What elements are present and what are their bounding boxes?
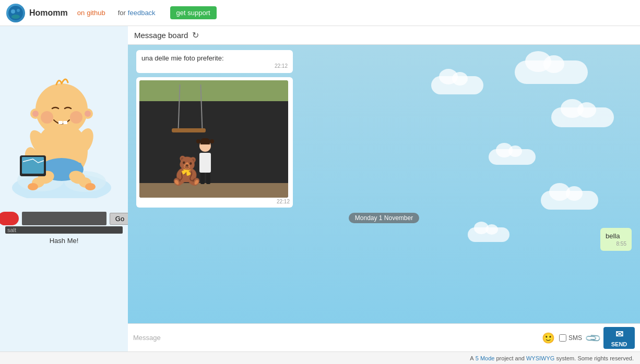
main-layout: Go salt Hash Me! Message board ↻: [0, 26, 640, 351]
svg-point-12: [28, 183, 38, 190]
child-figure: [199, 140, 211, 184]
incoming-text: una delle mie foto preferite:: [141, 54, 224, 62]
footer-text-mid: project and: [496, 355, 524, 361]
salt-label: salt: [5, 226, 123, 234]
outgoing-time: 8:55: [606, 241, 626, 247]
date-divider-text: Monday 1 November: [349, 213, 419, 223]
hash-me-label: Hash Me!: [50, 237, 79, 245]
svg-point-2: [17, 9, 20, 12]
attach-button[interactable]: 📎: [584, 329, 602, 347]
date-divider: Monday 1 November: [136, 214, 632, 222]
app-header: Homomm on github for feedback get suppor…: [0, 0, 640, 26]
footer-link-wysiwyg[interactable]: WYSIWYG: [526, 355, 554, 361]
color-circle: [0, 212, 19, 225]
svg-point-1: [11, 9, 15, 14]
message-area: Message board ↻: [128, 26, 640, 351]
svg-point-23: [41, 111, 53, 124]
svg-point-28: [32, 111, 39, 117]
svg-point-24: [70, 111, 82, 124]
hash-input-row: Go: [5, 212, 123, 225]
svg-rect-26: [63, 121, 67, 124]
send-label: SEND: [611, 341, 627, 347]
go-button[interactable]: Go: [110, 213, 128, 225]
refresh-icon[interactable]: ↻: [192, 30, 199, 40]
playground-scene: 🧸: [139, 80, 288, 198]
app-logo: [6, 4, 25, 22]
message-image: 🧸: [139, 80, 288, 198]
incoming-text-time: 22:12: [141, 63, 288, 69]
footer-link-5mode[interactable]: 5 Mode: [476, 355, 495, 361]
message-input-bar: Message 🙂 SMS 📎 ✉ SEND: [128, 323, 640, 351]
send-icon: ✉: [615, 329, 623, 340]
nav-feedback-link[interactable]: feedback: [128, 9, 156, 17]
nav-github-pre: on: [77, 9, 85, 17]
svg-rect-25: [58, 121, 63, 124]
svg-point-3: [11, 15, 20, 19]
svg-rect-9: [42, 163, 81, 172]
nav-feedback-pre: for: [118, 9, 126, 17]
bg-cloud-5: [541, 191, 598, 210]
outgoing-message-row: bella 8:55: [136, 228, 632, 251]
bg-cloud-2: [431, 76, 483, 94]
sms-checkbox[interactable]: [559, 334, 566, 342]
chat-area[interactable]: una delle mie foto preferite: 22:12: [128, 45, 640, 323]
sms-area: SMS: [559, 334, 582, 342]
svg-point-30: [85, 111, 91, 117]
footer-text-post: system. Some rights reserved.: [556, 355, 634, 361]
bg-cloud-4: [489, 149, 536, 165]
emoji-button[interactable]: 🙂: [542, 332, 555, 344]
incoming-image-message: 🧸: [136, 77, 293, 208]
sms-label: SMS: [568, 334, 582, 342]
svg-point-22: [35, 83, 88, 136]
app-name: Homomm: [29, 8, 68, 18]
incoming-image-time: 22:12: [139, 199, 290, 204]
footer-text-pre: A: [470, 355, 473, 361]
outgoing-message-bubble: bella 8:55: [600, 228, 632, 251]
footer: A 5 Mode project and WYSIWYG system. Som…: [0, 351, 640, 364]
message-board-header: Message board ↻: [128, 26, 640, 45]
sidebar: Go salt Hash Me!: [0, 26, 128, 351]
message-board-title: Message board: [134, 31, 188, 40]
incoming-text-message: una delle mie foto preferite: 22:12: [136, 50, 293, 73]
outgoing-text: bella: [606, 232, 620, 240]
bg-cloud-3: [551, 107, 614, 127]
send-button[interactable]: ✉ SEND: [603, 327, 635, 349]
logo-svg: [8, 5, 23, 21]
baby-illustration: [9, 37, 119, 203]
hash-text-input[interactable]: [22, 212, 106, 225]
bg-cloud-1: [515, 60, 588, 84]
svg-point-15: [85, 183, 96, 190]
baby-svg: [9, 37, 114, 198]
get-support-button[interactable]: get support: [170, 6, 217, 19]
salt-hash-area: Go salt Hash Me!: [5, 212, 123, 245]
nav-github-link[interactable]: github: [87, 9, 105, 17]
message-placeholder[interactable]: Message: [133, 334, 538, 342]
teddy-emoji: 🧸: [170, 157, 204, 184]
